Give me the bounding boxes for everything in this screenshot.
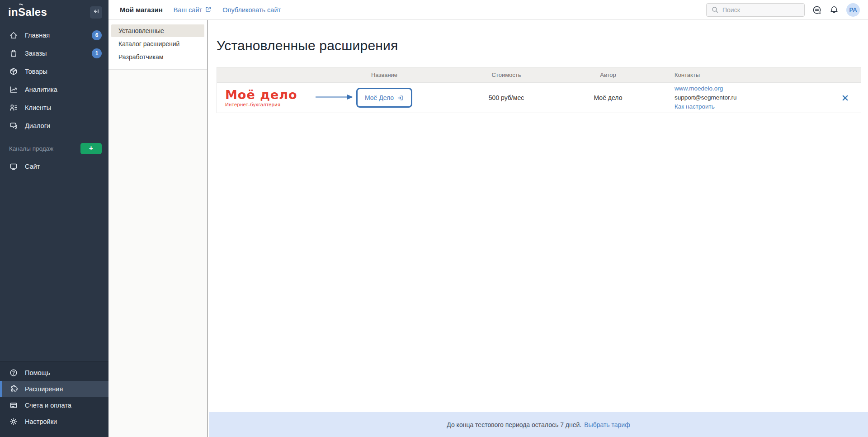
sidebar-bottom-nav: Помощь Расширения Счета и оплата Настрой… [0,361,108,437]
logo-text: inSales [8,6,47,18]
open-extension-icon[interactable] [397,95,404,101]
arrow-left-bar-icon [93,8,100,17]
choose-plan-link[interactable]: Выбрать тариф [584,421,630,428]
extension-name-link[interactable]: Моё Дело [365,94,394,101]
sidebar-item-label: Сайт [25,163,40,170]
sidebar-item-settings[interactable]: Настройки [0,413,108,430]
user-avatar[interactable]: PA [846,3,860,17]
extensions-table: Название Стоимость Автор Контакты Моё де… [217,67,861,113]
remove-extension-button[interactable] [840,93,850,103]
puzzle-icon [9,385,18,394]
sidebar-item-label: Аналитика [25,86,57,93]
section-label: Каналы продаж [9,145,53,152]
search-icon [711,6,719,14]
monitor-icon [9,162,18,171]
sidebar-header: inSales [0,0,108,22]
sidebar-item-label: Расширения [25,385,63,393]
publish-site-link[interactable]: Опубликовать сайт [222,6,281,14]
main-badge: 6 [92,30,102,40]
extension-author: Моё дело [565,94,651,101]
vendor-logo-subtitle: Интернет-бухгалтерия [225,102,321,107]
extension-contacts-cell: www.moedelo.org support@segmentor.ru Как… [651,84,829,111]
submenu-item-developers[interactable]: Разработчикам [111,51,204,63]
sidebar-item-label: Клиенты [25,104,51,111]
vendor-logo: Моё дело Интернет-бухгалтерия [225,89,321,107]
sidebar-item-products[interactable]: Товары [0,62,108,81]
vendor-site-link[interactable]: www.moedelo.org [675,85,723,92]
extensions-submenu: Установленные Каталог расширений Разрабо… [108,20,207,70]
sidebar-item-label: Диалоги [25,122,50,129]
vendor-email: support@segmentor.ru [675,93,829,102]
vendor-logo-title: Моё дело [225,89,321,101]
annotation-arrow [316,94,354,102]
extensions-submenu-panel: Установленные Каталог расширений Разрабо… [108,20,208,437]
sidebar-item-label: Помощь [25,369,50,376]
sidebar-nav: Главная 6 Заказы 1 Товары Аналитика Клие… [0,22,108,176]
sidebar-item-label: Товары [25,68,47,75]
main-content: Установленные расширения Название Стоимо… [209,20,868,437]
search-box[interactable] [706,3,805,17]
gear-icon [9,417,18,426]
sidebar-item-clients[interactable]: Клиенты [0,99,108,117]
sidebar-item-analytics[interactable]: Аналитика [0,81,108,99]
billing-icon [9,401,18,410]
search-input[interactable] [722,6,800,14]
sidebar: inSales Главная 6 Заказы 1 Товары [0,0,108,437]
your-site-link[interactable]: Ваш сайт [174,6,212,14]
add-channel-button[interactable]: + [80,143,102,154]
table-header-row: Название Стоимость Автор Контакты [217,67,861,83]
home-icon [9,31,18,40]
your-site-label: Ваш сайт [174,6,202,14]
package-icon [9,67,18,76]
sidebar-item-label: Настройки [25,418,57,425]
sales-channels-section: Каналы продаж + [0,139,108,157]
sidebar-item-dialogs[interactable]: Диалоги [0,117,108,135]
chat-icon[interactable] [812,5,822,15]
chart-icon [9,85,18,94]
sidebar-item-label: Счета и оплата [25,402,71,409]
extension-row: Моё дело Интернет-бухгалтерия Моё Дело [217,83,861,113]
header-author: Автор [565,71,651,78]
extension-name-cell: Моё Дело [321,88,448,108]
sidebar-item-extensions[interactable]: Расширения [0,381,108,397]
sidebar-item-billing[interactable]: Счета и оплата [0,397,108,413]
help-icon [9,368,18,377]
sidebar-item-label: Заказы [25,50,47,57]
orders-badge: 1 [92,48,102,58]
annotation-highlight-box: Моё Дело [356,88,412,108]
sidebar-item-help[interactable]: Помощь [0,365,108,381]
submenu-item-catalog[interactable]: Каталог расширений [111,38,204,50]
app-window: inSales Главная 6 Заказы 1 Товары [0,0,868,437]
row-actions-cell [829,93,861,103]
external-link-icon [205,6,212,14]
trial-banner: До конца тестового периода осталось 7 дн… [209,412,868,437]
sidebar-item-site[interactable]: Сайт [0,157,108,176]
store-name[interactable]: Мой магазин [120,6,163,14]
submenu-item-installed[interactable]: Установленные [111,24,204,37]
extension-price: 500 руб/мес [448,94,565,101]
bag-icon [9,49,18,58]
sidebar-item-main[interactable]: Главная 6 [0,26,108,44]
topbar-right: PA [706,3,860,17]
sidebar-item-label: Главная [25,32,50,39]
trial-banner-text: До конца тестового периода осталось 7 дн… [447,421,581,428]
insales-logo: inSales [8,6,47,19]
page-title: Установленные расширения [217,38,868,53]
topbar: Мой магазин Ваш сайт Опубликовать сайт P… [108,0,868,20]
chats-icon [9,121,18,130]
sidebar-item-orders[interactable]: Заказы 1 [0,44,108,62]
how-to-configure-link[interactable]: Как настроить [675,103,715,110]
clients-icon [9,103,18,112]
header-price: Стоимость [448,71,565,78]
bell-icon[interactable] [829,5,839,15]
vendor-logo-cell: Моё дело Интернет-бухгалтерия [217,89,321,107]
header-contacts: Контакты [651,71,829,78]
header-name: Название [321,71,448,78]
collapse-sidebar-button[interactable] [90,6,102,19]
